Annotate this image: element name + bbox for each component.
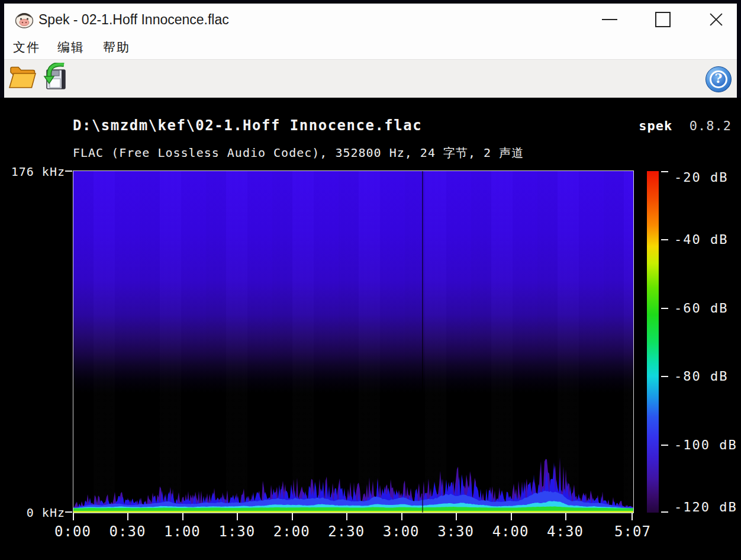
window-title: Spek - 02-1.Hoff Innocence.flac [38,12,229,28]
save-disk-icon [41,63,70,95]
time-tick-label: 0:30 [109,523,146,540]
menu-help[interactable]: 帮助 [103,39,130,56]
db-legend-gradient [647,171,659,513]
db-tick [661,376,668,377]
db-tick [661,239,668,240]
time-tick-label: 2:30 [328,523,365,540]
track-gap-line [422,171,423,513]
time-tick-label: 0:00 [54,523,91,540]
time-tick [346,513,347,520]
spectrogram-plot [73,170,634,513]
close-icon [708,12,724,27]
db-tick [661,511,668,513]
help-icon: ? [705,66,732,92]
titlebar[interactable]: Spek - 02-1.Hoff Innocence.flac [4,4,737,36]
time-tick [565,513,566,520]
toolbar: ? [4,59,737,98]
db-tick-label: -40 dB [674,232,728,247]
time-tick [182,513,183,520]
folder-open-icon [8,64,37,94]
time-tick [511,513,512,520]
time-tick-label: 3:30 [437,523,474,540]
time-tick-label: 3:00 [383,523,420,540]
time-axis: 0:000:301:001:302:002:303:003:304:004:30… [73,513,634,542]
spek-window: Spek - 02-1.Hoff Innocence.flac 文件 编辑 帮助 [0,0,741,560]
db-tick [661,171,668,172]
app-version-number: 0.8.2 [690,118,732,133]
time-tick [292,513,293,520]
time-tick [127,513,128,520]
time-tick-label: 1:30 [218,523,255,540]
audio-format-info: FLAC (Free Lossless Audio Codec), 352800… [73,145,524,161]
time-tick [456,513,457,520]
db-tick [661,308,668,309]
db-legend-scale: -20 dB-40 dB-60 dB-80 dB-100 dB-120 dB [661,171,741,513]
freq-label-bottom: 0 kHz [27,506,65,520]
time-tick [73,513,74,520]
freq-tick-top [65,170,72,172]
db-tick-label: -120 dB [674,500,737,514]
time-tick-label: 2:00 [273,523,310,540]
time-tick-label: 5:07 [614,523,651,540]
close-button[interactable] [698,4,734,36]
db-tick-label: -60 dB [674,300,728,315]
freq-tick-bottom [65,511,72,513]
maximize-icon [655,12,671,27]
minimize-button[interactable] [591,4,628,36]
db-tick [661,445,668,446]
time-tick [237,513,238,520]
spectrogram-client: D:\smzdm\kef\02-1.Hoff Innocence.flac sp… [0,98,741,560]
db-tick-label: -80 dB [674,369,728,384]
menu-file[interactable]: 文件 [13,39,40,56]
help-button[interactable]: ? [705,66,732,93]
file-path-title: D:\smzdm\kef\02-1.Hoff Innocence.flac [73,117,422,134]
time-tick-label: 4:00 [492,523,529,540]
time-tick [401,513,402,520]
open-file-button[interactable] [7,63,38,94]
menu-edit[interactable]: 编辑 [57,39,85,56]
time-tick [632,513,633,520]
app-version: spek 0.8.2 [639,118,732,133]
time-tick-label: 4:30 [547,523,584,540]
app-name-label: spek [639,118,672,133]
db-tick-label: -20 dB [674,170,728,185]
save-button[interactable] [40,63,72,94]
app-icon [15,11,34,29]
db-tick-label: -100 dB [674,437,737,452]
time-tick-label: 1:00 [164,523,201,540]
freq-label-top: 176 kHz [11,165,65,179]
menubar: 文件 编辑 帮助 [4,36,737,59]
maximize-button[interactable] [645,4,681,36]
minimize-icon [602,19,617,20]
low-frequency-noise [73,442,633,513]
